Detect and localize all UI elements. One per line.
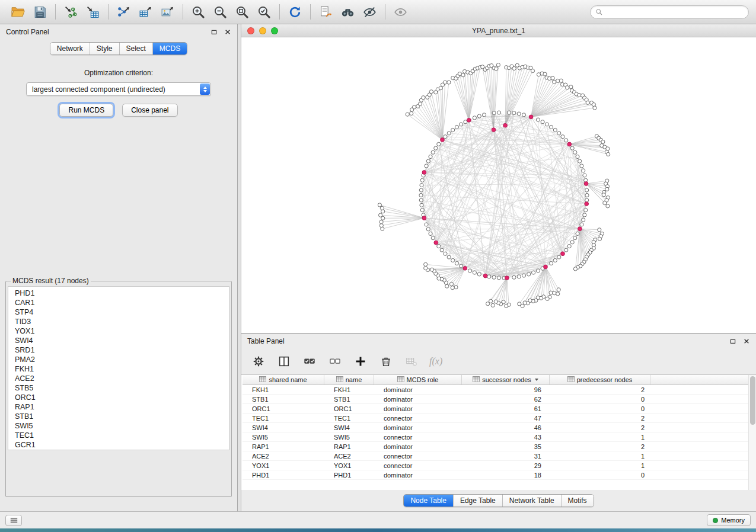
network-node[interactable] bbox=[580, 223, 583, 226]
network-node[interactable] bbox=[444, 135, 447, 139]
network-leaf-node[interactable] bbox=[607, 152, 610, 156]
network-node[interactable] bbox=[468, 269, 471, 273]
network-node[interactable] bbox=[487, 275, 491, 278]
network-node[interactable] bbox=[419, 188, 423, 192]
network-node[interactable] bbox=[576, 155, 579, 158]
network-leaf-node[interactable] bbox=[447, 81, 451, 84]
network-node[interactable] bbox=[477, 273, 481, 276]
network-hub-node[interactable] bbox=[503, 123, 508, 127]
network-leaf-node[interactable] bbox=[606, 204, 610, 208]
network-leaf-node[interactable] bbox=[439, 86, 442, 90]
close-window-icon[interactable] bbox=[247, 27, 254, 34]
network-node[interactable] bbox=[460, 264, 463, 268]
mcds-result-item[interactable]: ACE2 bbox=[8, 374, 229, 383]
network-node[interactable] bbox=[420, 203, 423, 207]
network-node[interactable] bbox=[429, 155, 432, 158]
tab-select[interactable]: Select bbox=[120, 43, 153, 55]
table-row[interactable]: STB1STB1dominator620 bbox=[243, 395, 756, 404]
table-row[interactable]: ACE2ACE2connector311 bbox=[243, 451, 756, 461]
network-leaf-node[interactable] bbox=[445, 284, 449, 288]
network-leaf-node[interactable] bbox=[569, 85, 573, 89]
network-leaf-node[interactable] bbox=[380, 206, 384, 210]
network-node[interactable] bbox=[437, 142, 441, 146]
network-leaf-node[interactable] bbox=[494, 300, 497, 303]
network-leaf-node[interactable] bbox=[491, 303, 495, 307]
network-node[interactable] bbox=[573, 150, 577, 154]
zoom-in-icon[interactable] bbox=[187, 2, 209, 21]
network-leaf-node[interactable] bbox=[379, 224, 383, 227]
export-image-icon[interactable] bbox=[157, 2, 178, 21]
table-row[interactable]: ORC1ORC1dominator610 bbox=[243, 404, 756, 414]
network-node[interactable] bbox=[582, 218, 585, 222]
network-hub-node[interactable] bbox=[567, 142, 572, 146]
network-node[interactable] bbox=[497, 111, 500, 114]
network-node[interactable] bbox=[426, 159, 430, 163]
network-leaf-node[interactable] bbox=[381, 216, 385, 220]
network-hub-node[interactable] bbox=[584, 182, 588, 186]
network-node[interactable] bbox=[492, 111, 496, 115]
network-leaf-node[interactable] bbox=[422, 96, 425, 100]
network-node[interactable] bbox=[585, 188, 589, 192]
network-leaf-node[interactable] bbox=[603, 201, 607, 205]
network-hub-node[interactable] bbox=[463, 266, 467, 270]
network-leaf-node[interactable] bbox=[566, 86, 569, 89]
export-network-icon[interactable] bbox=[113, 2, 135, 21]
network-hub-node[interactable] bbox=[441, 138, 445, 142]
network-node[interactable] bbox=[464, 120, 467, 124]
network-node[interactable] bbox=[419, 193, 423, 197]
tab-style[interactable]: Style bbox=[90, 43, 120, 55]
network-node[interactable] bbox=[477, 114, 481, 118]
network-leaf-node[interactable] bbox=[601, 140, 605, 143]
select-all-rows-icon[interactable] bbox=[302, 354, 317, 369]
network-hub-node[interactable] bbox=[434, 241, 438, 245]
network-leaf-node[interactable] bbox=[424, 262, 428, 266]
float-panel-icon[interactable] bbox=[210, 28, 218, 36]
network-leaf-node[interactable] bbox=[518, 302, 521, 306]
table-scrollbar[interactable] bbox=[748, 375, 756, 490]
network-node[interactable] bbox=[420, 209, 424, 212]
network-leaf-node[interactable] bbox=[593, 106, 596, 110]
network-leaf-node[interactable] bbox=[489, 299, 493, 303]
network-hub-node[interactable] bbox=[483, 274, 487, 278]
network-node[interactable] bbox=[576, 232, 579, 235]
network-node[interactable] bbox=[578, 159, 582, 163]
zoom-window-icon[interactable] bbox=[271, 27, 278, 34]
network-node[interactable] bbox=[507, 111, 511, 114]
network-hub-node[interactable] bbox=[492, 128, 496, 132]
network-node[interactable] bbox=[585, 198, 589, 202]
network-hub-node[interactable] bbox=[467, 118, 471, 122]
network-node[interactable] bbox=[512, 111, 516, 115]
refresh-layout-icon[interactable] bbox=[284, 2, 306, 21]
network-leaf-node[interactable] bbox=[451, 286, 454, 290]
network-hub-node[interactable] bbox=[578, 227, 582, 231]
network-node[interactable] bbox=[425, 164, 428, 168]
network-node[interactable] bbox=[512, 275, 516, 279]
table-row[interactable]: PHD1PHD1dominator180 bbox=[243, 470, 756, 480]
import-table-icon[interactable] bbox=[82, 2, 104, 21]
column-header-shared-name[interactable]: shared name bbox=[243, 375, 324, 384]
menu-icon[interactable] bbox=[5, 515, 22, 526]
network-canvas[interactable] bbox=[241, 37, 756, 333]
mcds-result-item[interactable]: SRD1 bbox=[8, 345, 229, 355]
close-panel-button[interactable]: Close panel bbox=[122, 104, 177, 117]
network-node[interactable] bbox=[536, 118, 540, 121]
mcds-result-item[interactable]: GCR1 bbox=[8, 440, 229, 450]
mcds-result-item[interactable]: TID3 bbox=[8, 317, 229, 326]
close-table-panel-icon[interactable] bbox=[742, 337, 750, 345]
network-leaf-node[interactable] bbox=[496, 63, 500, 67]
network-leaf-node[interactable] bbox=[543, 72, 547, 76]
network-leaf-node[interactable] bbox=[523, 301, 527, 305]
network-node[interactable] bbox=[447, 255, 451, 259]
network-leaf-node[interactable] bbox=[556, 292, 560, 296]
table-row[interactable]: TEC1TEC1connector472 bbox=[243, 414, 756, 423]
search-box[interactable] bbox=[590, 5, 749, 19]
network-node[interactable] bbox=[584, 209, 588, 212]
run-mcds-button[interactable]: Run MCDS bbox=[59, 104, 113, 117]
network-node[interactable] bbox=[567, 244, 571, 248]
network-node[interactable] bbox=[444, 252, 447, 255]
network-leaf-node[interactable] bbox=[549, 291, 553, 294]
network-leaf-node[interactable] bbox=[412, 105, 416, 109]
network-leaf-node[interactable] bbox=[461, 73, 465, 77]
network-node[interactable] bbox=[557, 132, 561, 135]
network-node[interactable] bbox=[420, 184, 423, 187]
